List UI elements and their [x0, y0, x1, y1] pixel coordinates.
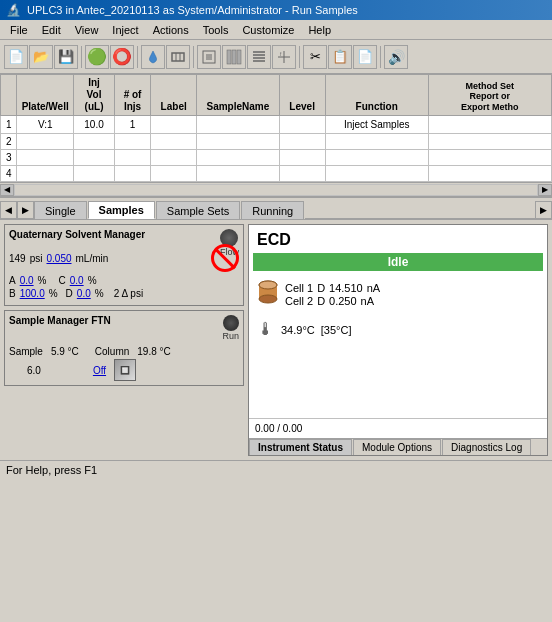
col-header-level: Level [279, 75, 325, 116]
channel-d-label: D [66, 288, 73, 299]
scrollbar-track[interactable] [14, 184, 538, 196]
scroll-left-btn[interactable]: ◀ [0, 184, 14, 196]
tab-strip-spacer [305, 201, 535, 219]
cell1-value: 14.510 [329, 282, 363, 294]
cell2-unit: nA [361, 295, 374, 307]
tab-arrow-right[interactable]: ▶ [17, 201, 34, 219]
channel-b-value[interactable]: 100.0 [20, 288, 45, 299]
fraction-button[interactable]: f [272, 45, 296, 69]
cell-function-4[interactable] [325, 166, 428, 182]
copy-button[interactable]: 📋 [328, 45, 352, 69]
cell-level-1[interactable] [279, 116, 325, 134]
paste-button[interactable]: 📄 [353, 45, 377, 69]
menu-customize[interactable]: Customize [236, 23, 300, 37]
tab-running[interactable]: Running [241, 201, 304, 219]
table-row[interactable]: 1 V:1 10.0 1 Inject Samples [1, 116, 552, 134]
flow-unit: mL/min [76, 253, 109, 264]
table-row[interactable]: 4 [1, 166, 552, 182]
cell-sample-name-2[interactable] [197, 134, 279, 150]
tab-module-options[interactable]: Module Options [353, 439, 441, 455]
cell-sample-name-1[interactable] [197, 116, 279, 134]
left-panel: Quaternary Solvent Manager Flow 149 psi … [4, 224, 244, 456]
cell2-value: 0.250 [329, 295, 357, 307]
cell-label-1[interactable] [151, 116, 197, 134]
prime-button[interactable] [166, 45, 190, 69]
cell-method-set-2[interactable] [428, 134, 551, 150]
delta-psi: 2 Δ psi [114, 288, 143, 299]
cell-level-4[interactable] [279, 166, 325, 182]
app-icon: 🔬 [6, 3, 21, 17]
menu-tools[interactable]: Tools [197, 23, 235, 37]
cell-label-2[interactable] [151, 134, 197, 150]
cell-inj-vol-4[interactable] [73, 166, 114, 182]
cell-row: Cell 1 D 14.510 nA Cell 2 D 0.250 nA [257, 279, 539, 309]
cell-plate-well-3[interactable] [17, 150, 74, 166]
cell-level-3[interactable] [279, 150, 325, 166]
open-button[interactable]: 📂 [29, 45, 53, 69]
cell-function-3[interactable] [325, 150, 428, 166]
cell-num-injs-1[interactable]: 1 [115, 116, 151, 134]
status-text: For Help, press F1 [6, 464, 97, 476]
run-button[interactable]: 🟢 [85, 45, 109, 69]
menu-actions[interactable]: Actions [147, 23, 195, 37]
method-button[interactable] [197, 45, 221, 69]
menu-help[interactable]: Help [302, 23, 337, 37]
new-button[interactable]: 📄 [4, 45, 28, 69]
cell-sample-name-4[interactable] [197, 166, 279, 182]
col-header-label: Label [151, 75, 197, 116]
temp-setpoint: [35°C] [321, 324, 352, 336]
scroll-right-btn[interactable]: ▶ [538, 184, 552, 196]
speaker-button[interactable]: 🔊 [384, 45, 408, 69]
cell-method-set-1[interactable] [428, 116, 551, 134]
tab-sample-sets[interactable]: Sample Sets [156, 201, 240, 219]
cell-plate-well-4[interactable] [17, 166, 74, 182]
cell-sample-name-3[interactable] [197, 150, 279, 166]
horizontal-scrollbar[interactable]: ◀ ▶ [0, 182, 552, 196]
cell-plate-well-2[interactable] [17, 134, 74, 150]
stop-button[interactable]: ⭕ [110, 45, 134, 69]
cut-button[interactable]: ✂ [303, 45, 327, 69]
save-button[interactable]: 💾 [54, 45, 78, 69]
tab-instrument-status[interactable]: Instrument Status [249, 439, 352, 455]
menu-file[interactable]: File [4, 23, 34, 37]
channel-b-label: B [9, 288, 16, 299]
cell-level-2[interactable] [279, 134, 325, 150]
cell-num-injs-3[interactable] [115, 150, 151, 166]
cell-method-set-4[interactable] [428, 166, 551, 182]
row-num-4: 4 [1, 166, 17, 182]
cell-num-injs-4[interactable] [115, 166, 151, 182]
cell-function-1[interactable]: Inject Samples [325, 116, 428, 134]
cell-inj-vol-3[interactable] [73, 150, 114, 166]
cell-num-injs-2[interactable] [115, 134, 151, 150]
tab-arrow-left[interactable]: ◀ [0, 201, 17, 219]
flow-rate-link[interactable]: 0.050 [46, 253, 71, 264]
channel-a-unit: % [38, 275, 47, 286]
gradient-button[interactable] [247, 45, 271, 69]
wash-button[interactable] [141, 45, 165, 69]
tab-single[interactable]: Single [34, 201, 87, 219]
cell-function-2[interactable] [325, 134, 428, 150]
cell-method-set-3[interactable] [428, 150, 551, 166]
tab-scroll-right[interactable]: ▶ [535, 201, 552, 219]
cell-inj-vol-1[interactable]: 10.0 [73, 116, 114, 134]
tab-samples[interactable]: Samples [88, 201, 155, 219]
cell-label-3[interactable] [151, 150, 197, 166]
menu-inject[interactable]: Inject [106, 23, 144, 37]
cell-plate-well-1[interactable]: V:1 [17, 116, 74, 134]
tab-diagnostics-log[interactable]: Diagnostics Log [442, 439, 531, 455]
cell2-name: Cell 2 [285, 295, 313, 307]
cell-label-4[interactable] [151, 166, 197, 182]
cell2-line: Cell 2 D 0.250 nA [285, 295, 380, 307]
channel-c-value[interactable]: 0.0 [70, 275, 84, 286]
channel-a-value[interactable]: 0.0 [20, 275, 34, 286]
separator-3 [193, 46, 194, 68]
channel-d-value[interactable]: 0.0 [77, 288, 91, 299]
menu-view[interactable]: View [69, 23, 105, 37]
cell-inj-vol-2[interactable] [73, 134, 114, 150]
table-row[interactable]: 2 [1, 134, 552, 150]
menu-edit[interactable]: Edit [36, 23, 67, 37]
table-row[interactable]: 3 [1, 150, 552, 166]
columns-button[interactable] [222, 45, 246, 69]
svg-rect-9 [237, 50, 241, 64]
channel-c-label: C [58, 275, 65, 286]
